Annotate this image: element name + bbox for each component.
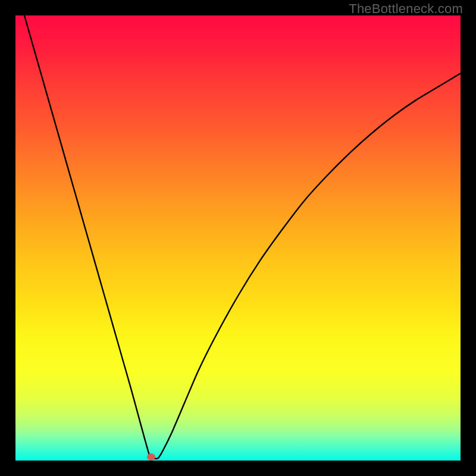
background-gradient	[15, 15, 461, 461]
watermark-text: TheBottleneck.com	[349, 1, 463, 17]
plot-area	[15, 15, 461, 461]
chart-container: TheBottleneck.com	[0, 0, 476, 476]
marker-dot	[147, 453, 155, 461]
